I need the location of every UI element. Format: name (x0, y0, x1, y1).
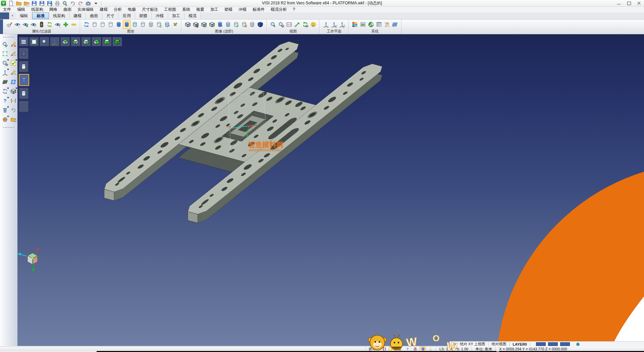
workplane-view-icon[interactable] (338, 20, 346, 29)
redraw-icon[interactable] (83, 20, 91, 29)
selection-filter-icon[interactable] (38, 20, 46, 29)
undo-icon[interactable] (69, 0, 76, 6)
ribbon-tab[interactable]: 塑膜 (135, 12, 152, 19)
edit-attributes-icon[interactable] (5, 20, 13, 29)
axonometric-view-icon[interactable] (50, 37, 60, 46)
snap-options-icon[interactable] (383, 20, 391, 29)
context-help-icon[interactable] (1, 96, 9, 105)
solid-shaded-icon[interactable] (216, 20, 224, 29)
menu-item[interactable]: 电极 (125, 7, 139, 12)
layer-color-bars[interactable] (534, 342, 572, 346)
shaded-mode-icon[interactable] (115, 20, 123, 29)
curve-edit-icon[interactable] (9, 68, 18, 77)
zoom-window-icon[interactable] (277, 20, 285, 29)
view-front-icon[interactable] (81, 37, 91, 46)
advanced-view-icon[interactable] (184, 20, 192, 29)
scale-readout[interactable]: LS: 1.00 PS: 1.00 (436, 347, 472, 351)
solid-wireframe-icon[interactable] (248, 20, 256, 29)
confirm-check-icon[interactable] (9, 59, 18, 68)
undo-action-icon[interactable] (9, 106, 18, 115)
show-all-icon[interactable] (62, 20, 70, 29)
toolbar-grip[interactable] (3, 36, 15, 38)
flat-shaded-mode-icon[interactable] (139, 20, 147, 29)
render-wireframe-icon[interactable] (19, 48, 29, 59)
attribute-books-icon[interactable] (1, 78, 9, 86)
system-options-icon[interactable] (367, 20, 375, 29)
hidden-line-mode-icon[interactable] (99, 20, 107, 29)
pan-view-icon[interactable] (293, 20, 301, 29)
render-hatched-icon[interactable] (19, 101, 29, 112)
view-bottom-icon[interactable] (71, 37, 80, 46)
dashed-hidden-mode-icon[interactable] (107, 20, 115, 29)
spline-edit-icon[interactable] (9, 49, 18, 58)
redo-icon[interactable] (77, 0, 84, 6)
hide-all-icon[interactable] (70, 20, 78, 29)
menu-item[interactable]: 系统 (179, 7, 193, 12)
translucent-mode-icon[interactable] (131, 20, 139, 29)
save-as-icon[interactable] (38, 0, 45, 6)
regen-display-icon[interactable] (1, 87, 9, 96)
render-hidden-line-icon[interactable] (19, 61, 29, 72)
view-back-icon[interactable] (92, 37, 101, 46)
toolbar-options-icon[interactable] (92, 0, 99, 6)
window-tile-icon[interactable] (9, 78, 18, 86)
new-document-icon[interactable] (7, 0, 14, 6)
navigation-wheel-icon[interactable] (1, 115, 9, 124)
menu-item[interactable]: 视窗 (193, 7, 207, 12)
menu-item[interactable]: 工程图 (161, 7, 179, 12)
view-ref-label[interactable]: 绝对视图 (490, 342, 508, 347)
open-file-icon[interactable] (15, 0, 22, 6)
close-button[interactable] (634, 0, 644, 6)
window-settings-icon[interactable] (375, 20, 383, 29)
render-translucent-icon[interactable] (19, 88, 29, 99)
solid-verified-icon[interactable] (232, 20, 240, 29)
view-menu-icon[interactable] (19, 37, 29, 46)
menu-item[interactable]: 分析 (111, 7, 125, 12)
save-all-icon[interactable] (46, 0, 53, 6)
solid-boxed-icon[interactable] (240, 20, 248, 29)
delete-entities-icon[interactable] (1, 106, 9, 115)
shaded-edges-mode-icon[interactable] (123, 20, 131, 29)
graphics-options-icon[interactable] (171, 20, 179, 29)
hatched-mode-icon[interactable] (147, 20, 155, 29)
selection-frame-icon[interactable] (1, 49, 9, 58)
menu-item[interactable]: 尺寸标注 (139, 7, 161, 12)
menu-item[interactable]: 编辑 (14, 7, 28, 12)
globe-icon[interactable] (576, 342, 580, 346)
menu-item[interactable]: 建模 (97, 7, 111, 12)
ribbon-tab[interactable]: 编辑 (16, 12, 32, 19)
menu-item[interactable]: 曲面 (60, 7, 74, 12)
menu-item[interactable]: 塑模 (221, 7, 235, 12)
menu-item[interactable]: 文件 (0, 7, 14, 12)
copy-view-icon[interactable] (163, 20, 171, 29)
ribbon-dropdown-button[interactable] (9, 12, 16, 19)
solid-refresh-icon[interactable] (200, 20, 208, 29)
refresh-view-icon[interactable] (301, 20, 309, 29)
view-zoom-icon[interactable] (1, 40, 9, 49)
open-copy-icon[interactable] (23, 0, 30, 6)
ribbon-tab[interactable]: 加工 (168, 12, 184, 19)
workplane-entity-icon[interactable] (330, 20, 338, 29)
ribbon-tab[interactable]: 尺寸 (102, 12, 119, 19)
color-table-icon[interactable] (351, 20, 359, 29)
menu-item[interactable]: 标准件 (250, 7, 268, 12)
ribbon-tab[interactable]: 冲模 (152, 12, 168, 19)
print-preview-icon[interactable] (61, 0, 68, 6)
measure-distance-icon[interactable] (9, 96, 18, 105)
solid-preview-icon[interactable] (9, 87, 18, 96)
visi-logo-icon[interactable]: V (1, 1, 6, 6)
ribbon-tab[interactable]: 建模 (69, 12, 86, 19)
save-icon[interactable] (31, 0, 38, 6)
render-quality-icon[interactable] (309, 20, 317, 29)
menu-item[interactable]: 模流分析 (268, 7, 290, 12)
show-remove-icon[interactable] (30, 20, 38, 29)
grid-options-icon[interactable] (391, 20, 399, 29)
solid-visibility-icon[interactable] (208, 20, 216, 29)
view-left-icon[interactable] (102, 37, 112, 46)
menu-item[interactable]: 线架构 (28, 7, 46, 12)
solid-shield-icon[interactable] (256, 20, 264, 29)
dynamic-zoom-icon[interactable] (40, 37, 49, 46)
image-settings-icon[interactable] (359, 20, 367, 29)
menu-item[interactable]: 实体编辑 (74, 7, 97, 12)
ribbon-tab[interactable]: 曲面 (86, 12, 102, 19)
